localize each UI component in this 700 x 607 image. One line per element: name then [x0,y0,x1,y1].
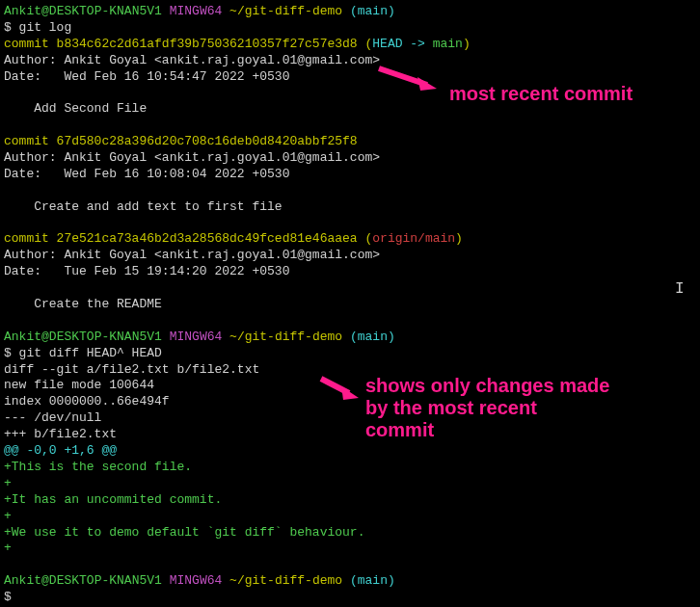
commit-prefix: commit [4,231,57,246]
svg-marker-0 [417,77,437,91]
prompt-at: @ [41,4,49,18]
date-line: Date: Tue Feb 15 19:14:20 2022 +0530 [4,264,289,278]
prompt-user: Ankit [4,330,41,344]
date-line: Date: Wed Feb 16 10:54:47 2022 +0530 [4,69,289,84]
command-prompt[interactable]: $ [4,590,12,604]
diff-add: + [4,541,12,555]
commit-hash: 27e521ca73a46b2d3a28568dc49fced81e46aaea [57,231,358,246]
remote-ref: origin/main [372,231,455,246]
diff-add: +This is the second file. [4,460,192,474]
prompt-sys: MINGW64 [170,4,223,18]
diff-add: + [4,476,12,490]
prompt-host: DESKTOP-KNAN5V1 [49,573,162,588]
commit-hash: b834c62c2d61afdf39b75036210357f27c57e3d8 [57,37,358,51]
prompt-branch: (main) [350,330,395,344]
annotation-most-recent: most recent commit [449,83,633,105]
date-line: Date: Wed Feb 16 10:08:04 2022 +0530 [4,167,289,181]
diff-header: new file mode 100644 [4,378,154,392]
prompt-user: Ankit [4,4,41,18]
commit-message: Create the README [4,297,162,311]
commit-hash: 67d580c28a396d20c708c16deb0d8420abbf25f8 [57,134,358,148]
prompt-path: ~/git-diff-demo [229,573,342,588]
text-cursor-icon: I [675,279,685,300]
prompt-path: ~/git-diff-demo [229,4,342,18]
commit-prefix: commit [4,134,57,148]
arrow-icon [316,374,361,403]
prompt-user: Ankit [4,573,41,588]
branch-ref: main [433,37,463,51]
diff-add: +It has an uncommited commit. [4,492,222,507]
command-git-log: $ git log [4,20,71,35]
annot-line: shows only changes made [365,375,609,396]
head-ref: HEAD -> [372,37,432,51]
ref-close: ) [463,37,471,51]
diff-header: diff --git a/file2.txt b/file2.txt [4,362,259,377]
arrow-icon [374,64,442,94]
diff-header: --- /dev/null [4,410,101,425]
ref-open: ( [358,37,373,51]
prompt-branch: (main) [350,573,395,588]
commit-message: Create and add text to first file [4,199,283,214]
prompt-host: DESKTOP-KNAN5V1 [49,330,162,344]
diff-header: index 0000000..66e494f [4,394,170,409]
annotation-shows-changes: shows only changes madeby the most recen… [365,375,609,441]
annot-line: commit [365,419,434,440]
diff-hunk: @@ -0,0 +1,6 @@ [4,443,117,458]
ref-close: ) [455,231,463,246]
author-line: Author: Ankit Goyal <ankit.raj.goyal.01@… [4,150,380,165]
commit-message: Add Second File [4,101,147,116]
annot-line: by the most recent [365,397,537,418]
commit-prefix: commit [4,37,57,51]
diff-add: +We use it to demo default `git diff` be… [4,525,364,540]
diff-add: + [4,509,12,523]
prompt-path: ~/git-diff-demo [229,330,342,344]
author-line: Author: Ankit Goyal <ankit.raj.goyal.01@… [4,248,380,262]
prompt-sys: MINGW64 [170,330,223,344]
prompt-host: DESKTOP-KNAN5V1 [49,4,162,18]
prompt-at: @ [41,573,49,588]
prompt-branch: (main) [350,4,395,18]
prompt-at: @ [41,330,49,344]
diff-header: +++ b/file2.txt [4,427,117,441]
author-line: Author: Ankit Goyal <ankit.raj.goyal.01@… [4,53,380,67]
svg-marker-1 [341,386,359,400]
ref-open: ( [358,231,373,246]
prompt-sys: MINGW64 [170,573,223,588]
command-git-diff: $ git diff HEAD^ HEAD [4,346,162,360]
